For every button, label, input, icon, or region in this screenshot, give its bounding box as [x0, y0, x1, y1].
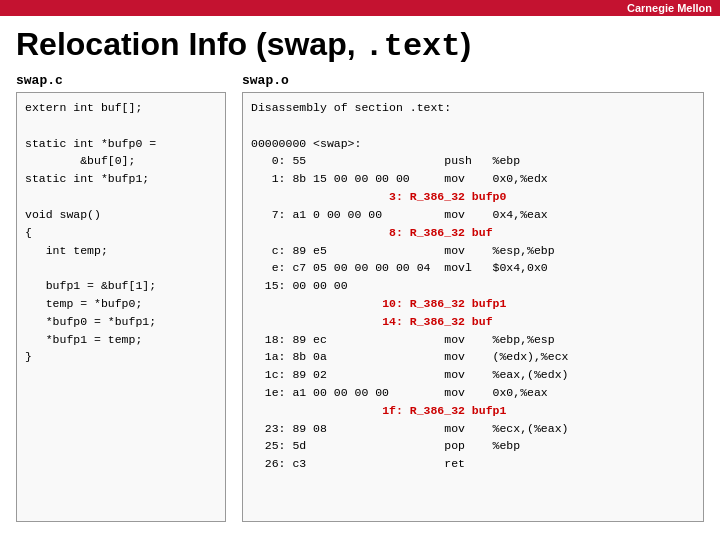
reloc-1: 3: R_386_32 bufp0	[389, 190, 506, 203]
reloc-4: 14: R_386_32 buf	[382, 315, 492, 328]
left-col-header: swap.c	[16, 73, 226, 88]
right-column: swap.o Disassembly of section .text: 000…	[242, 73, 704, 522]
reloc-5: 1f: R_386_32 bufp1	[382, 404, 506, 417]
title-text-2: )	[460, 26, 471, 62]
reloc-2: 8: R_386_32 buf	[389, 226, 493, 239]
title-text-1: Relocation Info (swap,	[16, 26, 364, 62]
left-column: swap.c extern int buf[]; static int *buf…	[16, 73, 226, 522]
title-mono: .text	[364, 28, 460, 65]
right-code-box: Disassembly of section .text: 00000000 <…	[242, 92, 704, 522]
left-code-box: extern int buf[]; static int *bufp0 = &b…	[16, 92, 226, 522]
page-title: Relocation Info (swap, .text)	[0, 16, 720, 73]
carnegie-mellon-label: Carnegie Mellon	[627, 2, 712, 14]
top-bar: Carnegie Mellon	[0, 0, 720, 16]
disassembly-header: Disassembly of section .text:	[251, 101, 451, 114]
right-col-header: swap.o	[242, 73, 704, 88]
reloc-3: 10: R_386_32 bufp1	[382, 297, 506, 310]
